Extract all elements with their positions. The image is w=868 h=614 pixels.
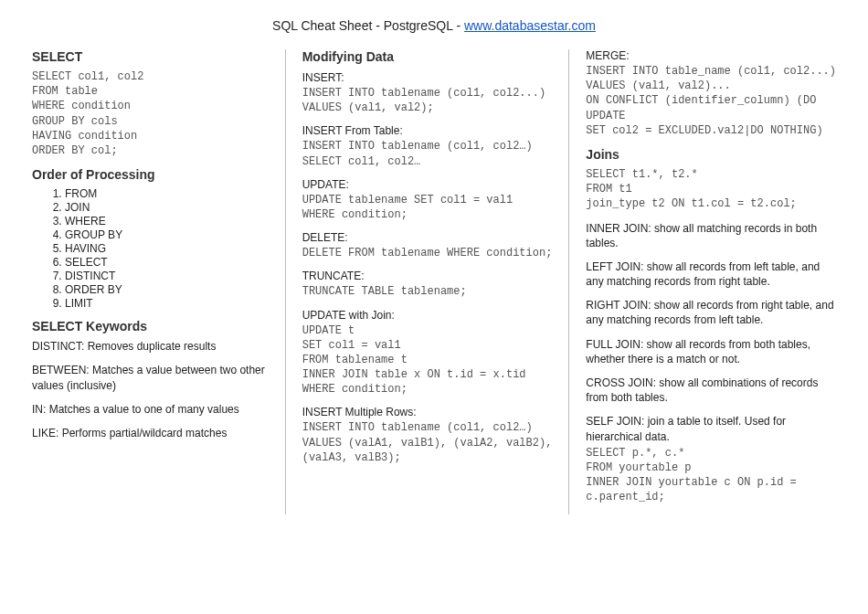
merge-code: INSERT INTO table_name (col1, col2...) V… — [586, 64, 836, 138]
keywords-heading: SELECT Keywords — [32, 319, 269, 333]
insert-from-code: INSERT INTO tablename (col1, col2…) SELE… — [302, 139, 553, 168]
kw-distinct: DISTINCT: Removes duplicate results — [32, 339, 269, 354]
select-code: SELECT col1, col2 FROM table WHERE condi… — [32, 69, 269, 158]
self-join-desc: SELF JOIN: join a table to itself. Used … — [586, 414, 836, 443]
insert-code: INSERT INTO tablename (col1, col2...) VA… — [302, 86, 553, 115]
list-item: FROM — [65, 187, 269, 200]
kw-like: LIKE: Performs partial/wildcard matches — [32, 426, 269, 440]
column-1: SELECT SELECT col1, col2 FROM table WHER… — [32, 49, 286, 514]
insert-from-label: INSERT From Table: — [302, 124, 553, 137]
list-item: SELECT — [65, 256, 269, 269]
column-2: Modifying Data INSERT: INSERT INTO table… — [286, 49, 570, 514]
truncate-label: TRUNCATE: — [302, 270, 553, 282]
inner-join-desc: INNER JOIN: show all matching records in… — [586, 221, 836, 250]
order-list: FROM JOIN WHERE GROUP BY HAVING SELECT D… — [65, 187, 269, 310]
column-3: MERGE: INSERT INTO table_name (col1, col… — [569, 49, 836, 514]
list-item: GROUP BY — [65, 228, 269, 241]
cross-join-desc: CROSS JOIN: show all combinations of rec… — [586, 376, 836, 405]
full-join-desc: FULL JOIN: show all records from both ta… — [586, 337, 836, 366]
delete-label: DELETE: — [302, 231, 553, 244]
insert-label: INSERT: — [302, 71, 553, 84]
update-join-label: UPDATE with Join: — [302, 309, 553, 322]
truncate-code: TRUNCATE TABLE tablename; — [302, 284, 553, 299]
left-join-desc: LEFT JOIN: show all records from left ta… — [586, 259, 836, 289]
insert-multi-code: INSERT INTO tablename (col1, col2…) VALU… — [302, 420, 553, 465]
joins-heading: Joins — [586, 147, 836, 162]
update-join-code: UPDATE t SET col1 = val1 FROM tablename … — [302, 323, 553, 397]
order-heading: Order of Processing — [32, 167, 269, 182]
columns-wrapper: SELECT SELECT col1, col2 FROM table WHER… — [32, 49, 836, 514]
select-heading: SELECT — [32, 49, 269, 64]
joins-code: SELECT t1.*, t2.* FROM t1 join_type t2 O… — [586, 167, 836, 212]
insert-multi-label: INSERT Multiple Rows: — [302, 406, 553, 418]
kw-in: IN: Matches a value to one of many value… — [32, 402, 269, 417]
modify-heading: Modifying Data — [302, 49, 553, 64]
update-code: UPDATE tablename SET col1 = val1 WHERE c… — [302, 193, 553, 222]
list-item: WHERE — [65, 215, 269, 228]
list-item: JOIN — [65, 201, 269, 214]
title-link[interactable]: www.databasestar.com — [464, 18, 596, 33]
kw-between: BETWEEN: Matches a value between two oth… — [32, 363, 269, 392]
list-item: ORDER BY — [65, 283, 269, 296]
list-item: LIMIT — [65, 297, 269, 310]
delete-code: DELETE FROM tablename WHERE condition; — [302, 246, 553, 260]
title-prefix: SQL Cheat Sheet - PostgreSQL - — [272, 18, 464, 33]
list-item: DISTINCT — [65, 270, 269, 282]
list-item: HAVING — [65, 242, 269, 255]
self-join-code: SELECT p.*, c.* FROM yourtable p INNER J… — [586, 446, 836, 505]
update-label: UPDATE: — [302, 178, 553, 191]
merge-label: MERGE: — [586, 49, 836, 62]
right-join-desc: RIGHT JOIN: show all records from right … — [586, 298, 836, 327]
page-title: SQL Cheat Sheet - PostgreSQL - www.datab… — [32, 18, 836, 33]
